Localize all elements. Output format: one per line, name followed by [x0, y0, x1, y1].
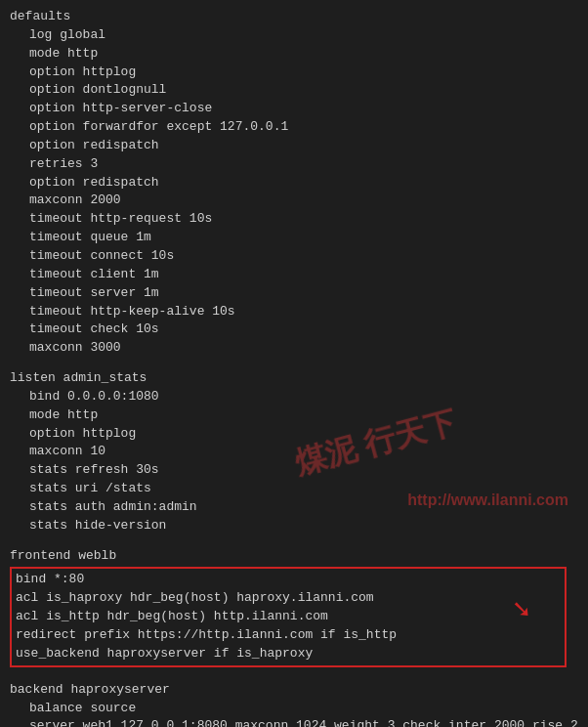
- arrow-1: ➘: [513, 591, 529, 631]
- defaults-line-timeout5: timeout server 1m: [29, 284, 578, 303]
- backend-haproxyserver-balance: balance source: [29, 700, 578, 718]
- defaults-line-option4: option forwardfor except 127.0.0.1: [29, 118, 578, 137]
- defaults-section: defaults log global mode http option htt…: [10, 8, 578, 358]
- frontend-weblb-header: frontend weblb: [10, 547, 578, 566]
- listen-line-mode: mode http: [29, 406, 578, 425]
- backend-haproxyserver-section: backend haproxyserver balance source ser…: [10, 681, 578, 727]
- listen-body: bind 0.0.0.0:1080 mode http option httpl…: [10, 388, 578, 535]
- listen-line-maxconn: maxconn 10: [29, 443, 578, 461]
- defaults-line-maxconn2: maxconn 3000: [29, 339, 578, 358]
- frontend-weblb-use-backend: use_backend haproxyserver if is_haproxy: [16, 645, 561, 663]
- listen-line-stats-auth: stats auth admin:admin: [29, 498, 578, 517]
- frontend-weblb-section: frontend weblb bind *:80 acl is_haproxy …: [10, 547, 578, 669]
- defaults-line-option5: option redispatch: [29, 137, 578, 155]
- listen-line-option: option httplog: [29, 425, 578, 444]
- defaults-line-retries: retries 3: [29, 155, 578, 174]
- defaults-line-mode: mode http: [29, 45, 578, 64]
- frontend-weblb-acl1: acl is_haproxy hdr_beg(host) haproxy.ila…: [16, 589, 561, 608]
- defaults-body: log global mode http option httplog opti…: [10, 26, 578, 358]
- backend-haproxyserver-header: backend haproxyserver: [10, 681, 578, 700]
- listen-line-stats-hide: stats hide-version: [29, 517, 578, 535]
- defaults-line-timeout4: timeout client 1m: [29, 266, 578, 284]
- listen-line-stats-refresh: stats refresh 30s: [29, 461, 578, 480]
- defaults-line-timeout1: timeout http-request 10s: [29, 210, 578, 229]
- defaults-line-option3: option http-server-close: [29, 100, 578, 118]
- defaults-line-timeout3: timeout connect 10s: [29, 247, 578, 266]
- defaults-line-maxconn1: maxconn 2000: [29, 192, 578, 210]
- frontend-weblb-acl2: acl is_http hdr_beg(host) http.ilanni.co…: [16, 608, 561, 626]
- listen-line-stats-uri: stats uri /stats: [29, 480, 578, 498]
- backend-haproxyserver-body: balance source server web1 127.0.0.1:808…: [10, 700, 578, 727]
- defaults-line-log: log global: [29, 26, 578, 45]
- defaults-line-timeout2: timeout queue 1m: [29, 229, 578, 247]
- defaults-line-option6: option redispatch: [29, 174, 578, 192]
- listen-header: listen admin_stats: [10, 369, 578, 388]
- listen-admin-stats-section: listen admin_stats bind 0.0.0.0:1080 mod…: [10, 369, 578, 535]
- code-container: defaults log global mode http option htt…: [10, 8, 578, 727]
- backend-haproxyserver-server: server web1 127.0.0.1:8080 maxconn 1024 …: [29, 717, 578, 727]
- frontend-weblb-bind: bind *:80: [16, 571, 561, 589]
- defaults-line-option1: option httplog: [29, 64, 578, 82]
- defaults-line-option2: option dontlognull: [29, 81, 578, 100]
- listen-line-bind: bind 0.0.0.0:1080: [29, 388, 578, 406]
- defaults-line-timeout6: timeout http-keep-alive 10s: [29, 303, 578, 321]
- frontend-weblb-redirect: redirect prefix https://http.ilanni.com …: [16, 626, 561, 645]
- frontend-weblb-box: bind *:80 acl is_haproxy hdr_beg(host) h…: [10, 567, 567, 666]
- defaults-header: defaults: [10, 8, 578, 26]
- defaults-line-timeout7: timeout check 10s: [29, 321, 578, 339]
